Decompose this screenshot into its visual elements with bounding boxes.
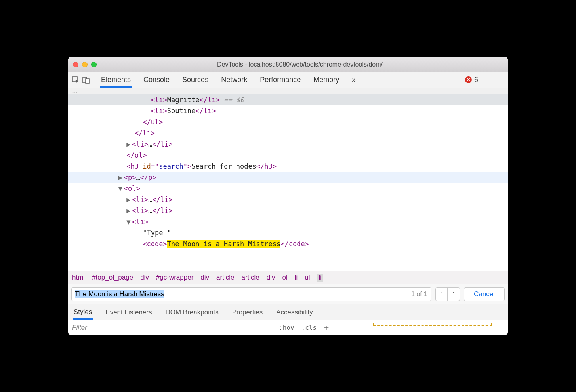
sidebar-tabs: Styles Event Listeners DOM Breakpoints P… (68, 304, 508, 320)
dom-node[interactable]: ▶ <p>…</p> (68, 172, 508, 183)
collapse-arrow-icon[interactable]: ▼ (118, 183, 124, 194)
panel-tabs: Elements Console Sources Network Perform… (100, 72, 463, 88)
breadcrumb-item[interactable]: article (241, 274, 259, 282)
dom-node[interactable]: <code>The Moon is a Harsh Mistress</code… (68, 238, 508, 249)
search-input-value: The Moon is a Harsh Mistress (75, 290, 164, 298)
styles-filter-input[interactable]: Filter (68, 320, 274, 335)
minimize-window-button[interactable] (82, 62, 88, 67)
search-bar: The Moon is a Harsh Mistress 1 of 1 ˄ ˅ … (68, 284, 508, 304)
window-title: DevTools - localhost:8080/web/tools/chro… (97, 61, 503, 68)
dom-node[interactable]: ▼ <ol> (68, 183, 508, 194)
breadcrumb-item[interactable]: article (216, 274, 234, 282)
breadcrumb-item[interactable]: div (140, 274, 149, 282)
dom-node[interactable]: ▼ <li> (68, 216, 508, 227)
breadcrumb-item[interactable]: ol (282, 274, 288, 282)
close-window-button[interactable] (73, 62, 78, 67)
styles-buttons: :hov .cls + (274, 320, 357, 335)
subtab-dom-breakpoints[interactable]: DOM Breakpoints (164, 305, 219, 320)
subtab-styles[interactable]: Styles (73, 305, 93, 320)
error-count-value: 6 (474, 76, 478, 84)
separator (95, 75, 95, 85)
styles-toolbar: Filter :hov .cls + (68, 320, 508, 335)
traffic-lights (73, 62, 97, 67)
error-icon: ✕ (465, 76, 472, 83)
breadcrumb-item[interactable]: ul (305, 274, 310, 282)
inspect-element-icon[interactable] (71, 76, 80, 84)
breadcrumb-item[interactable]: #top_of_page (92, 274, 133, 282)
dom-node[interactable]: "Type " (68, 227, 508, 238)
devtools-window: DevTools - localhost:8080/web/tools/chro… (68, 57, 508, 335)
tab-performance[interactable]: Performance (259, 72, 301, 87)
tab-console[interactable]: Console (143, 72, 170, 87)
search-prev-button[interactable]: ˄ (436, 288, 448, 301)
subtab-accessibility[interactable]: Accessibility (275, 305, 314, 320)
tab-overflow[interactable]: » (351, 72, 357, 87)
breadcrumb-item[interactable]: #gc-wrapper (156, 274, 194, 282)
titlebar: DevTools - localhost:8080/web/tools/chro… (68, 57, 508, 72)
subtab-properties[interactable]: Properties (231, 305, 263, 320)
expand-arrow-icon[interactable]: ▶ (126, 194, 132, 205)
device-toolbar-icon[interactable] (82, 76, 90, 84)
settings-menu-icon[interactable]: ⋮ (491, 76, 505, 84)
error-count[interactable]: ✕ 6 (465, 76, 478, 84)
breadcrumb-item[interactable]: li (295, 274, 298, 282)
tab-memory[interactable]: Memory (313, 72, 340, 87)
dom-node[interactable]: ▶ <li>…</li> (68, 205, 508, 216)
svg-rect-2 (86, 79, 89, 83)
dom-tree[interactable]: <li>Magritte</li> == $0 <li>Soutine</li>… (68, 94, 508, 271)
search-input[interactable]: The Moon is a Harsh Mistress (72, 290, 407, 298)
dom-node[interactable]: ▶ <li>…</li> (68, 194, 508, 205)
search-nav: ˄ ˅ (435, 287, 460, 301)
box-model-preview (373, 323, 492, 326)
search-box: The Moon is a Harsh Mistress 1 of 1 (71, 287, 431, 301)
overflow-bar: … (68, 88, 508, 94)
tab-network[interactable]: Network (220, 72, 248, 87)
dom-node[interactable]: ▶<li>…</li> (68, 139, 508, 150)
main-toolbar: Elements Console Sources Network Perform… (68, 72, 508, 88)
subtab-event-listeners[interactable]: Event Listeners (105, 305, 153, 320)
new-style-rule-icon[interactable]: + (324, 323, 329, 333)
dom-node-selected[interactable]: <li>Magritte</li> == $0 (68, 94, 508, 105)
hov-toggle[interactable]: :hov (279, 324, 294, 331)
expand-arrow-icon[interactable]: ▶ (118, 172, 124, 183)
overflow-ellipsis[interactable]: … (72, 88, 78, 94)
dom-node[interactable]: </ol> (68, 150, 508, 161)
zoom-window-button[interactable] (91, 62, 97, 67)
tab-elements[interactable]: Elements (100, 72, 132, 88)
dom-node[interactable]: </ul> (68, 116, 508, 127)
breadcrumb-trail: html #top_of_page div #gc-wrapper div ar… (68, 271, 508, 284)
search-next-button[interactable]: ˅ (448, 288, 460, 301)
tab-sources[interactable]: Sources (181, 72, 209, 87)
separator (486, 75, 486, 85)
dom-node[interactable]: <h3 id="search">Search for nodes</h3> (68, 161, 508, 172)
expand-arrow-icon[interactable]: ▶ (126, 139, 132, 150)
breadcrumb-item[interactable]: div (200, 274, 209, 282)
expand-arrow-icon[interactable]: ▶ (126, 205, 132, 216)
search-result-count: 1 of 1 (407, 291, 431, 298)
search-cancel-button[interactable]: Cancel (464, 287, 505, 301)
breadcrumb-item[interactable]: html (72, 274, 85, 282)
collapse-arrow-icon[interactable]: ▼ (126, 216, 132, 227)
dom-node[interactable]: <li>Soutine</li> (68, 105, 508, 116)
search-highlight: The Moon is a Harsh Mistress (167, 240, 281, 248)
breadcrumb-item[interactable]: div (267, 274, 275, 282)
breadcrumb-item-selected[interactable]: li (317, 274, 324, 282)
dom-node[interactable]: </li> (68, 127, 508, 139)
cls-toggle[interactable]: .cls (301, 324, 317, 331)
